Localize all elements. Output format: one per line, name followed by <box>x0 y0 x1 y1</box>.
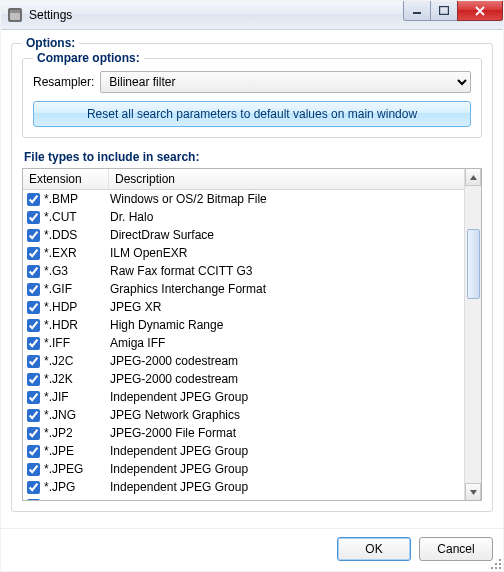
include-checkbox[interactable] <box>27 265 40 278</box>
table-row[interactable]: *.IFFAmiga IFF <box>23 334 464 352</box>
vertical-scrollbar[interactable] <box>464 169 481 500</box>
column-header-extension[interactable]: Extension <box>23 169 109 189</box>
resampler-select[interactable]: Bilinear filter <box>100 71 471 93</box>
filetypes-label: File types to include in search: <box>24 150 482 164</box>
maximize-button[interactable] <box>430 1 458 21</box>
extension-cell: *.JIF <box>44 390 110 404</box>
extension-cell: *.HDP <box>44 300 110 314</box>
table-row[interactable]: *.HDPJPEG XR <box>23 298 464 316</box>
window-buttons <box>404 1 503 21</box>
scroll-thumb[interactable] <box>467 229 480 299</box>
include-checkbox[interactable] <box>27 229 40 242</box>
minimize-button[interactable] <box>403 1 431 21</box>
table-row[interactable]: *.DDSDirectDraw Surface <box>23 226 464 244</box>
options-group: Options: Compare options: Resampler: Bil… <box>11 36 493 512</box>
extension-cell: *.JXR <box>44 498 110 500</box>
list-header: Extension Description <box>23 169 464 190</box>
description-cell: Windows or OS/2 Bitmap File <box>110 192 464 206</box>
include-checkbox[interactable] <box>27 373 40 386</box>
table-row[interactable]: *.CUTDr. Halo <box>23 208 464 226</box>
include-checkbox[interactable] <box>27 337 40 350</box>
reset-search-button[interactable]: Reset all search parameters to default v… <box>33 101 471 127</box>
include-checkbox[interactable] <box>27 409 40 422</box>
extension-cell: *.BMP <box>44 192 110 206</box>
compare-options-legend: Compare options: <box>33 51 144 65</box>
table-row[interactable]: *.JXRJPEG XR <box>23 496 464 500</box>
description-cell: DirectDraw Surface <box>110 228 464 242</box>
table-row[interactable]: *.JP2JPEG-2000 File Format <box>23 424 464 442</box>
extension-cell: *.CUT <box>44 210 110 224</box>
table-row[interactable]: *.JIFIndependent JPEG Group <box>23 388 464 406</box>
table-row[interactable]: *.JPEIndependent JPEG Group <box>23 442 464 460</box>
table-row[interactable]: *.BMPWindows or OS/2 Bitmap File <box>23 190 464 208</box>
extension-cell: *.JPEG <box>44 462 110 476</box>
window-title: Settings <box>29 8 72 22</box>
description-cell: JPEG-2000 codestream <box>110 372 464 386</box>
extension-cell: *.J2C <box>44 354 110 368</box>
include-checkbox[interactable] <box>27 427 40 440</box>
description-cell: JPEG-2000 File Format <box>110 426 464 440</box>
include-checkbox[interactable] <box>27 247 40 260</box>
description-cell: Raw Fax format CCITT G3 <box>110 264 464 278</box>
extension-cell: *.EXR <box>44 246 110 260</box>
extension-cell: *.HDR <box>44 318 110 332</box>
include-checkbox[interactable] <box>27 301 40 314</box>
extension-cell: *.IFF <box>44 336 110 350</box>
description-cell: JPEG Network Graphics <box>110 408 464 422</box>
include-checkbox[interactable] <box>27 391 40 404</box>
description-cell: ILM OpenEXR <box>110 246 464 260</box>
options-legend: Options: <box>22 36 79 50</box>
resampler-label: Resampler: <box>33 75 94 89</box>
filetypes-list: Extension Description *.BMPWindows or OS… <box>22 168 482 501</box>
extension-cell: *.JPE <box>44 444 110 458</box>
svg-rect-3 <box>413 12 421 14</box>
list-body: *.BMPWindows or OS/2 Bitmap File*.CUTDr.… <box>23 190 464 500</box>
description-cell: Graphics Interchange Format <box>110 282 464 296</box>
dialog-buttons: OK Cancel <box>1 528 503 571</box>
table-row[interactable]: *.GIFGraphics Interchange Format <box>23 280 464 298</box>
scroll-up-button[interactable] <box>465 169 481 186</box>
description-cell: Independent JPEG Group <box>110 480 464 494</box>
description-cell: Amiga IFF <box>110 336 464 350</box>
table-row[interactable]: *.JPGIndependent JPEG Group <box>23 478 464 496</box>
include-checkbox[interactable] <box>27 355 40 368</box>
include-checkbox[interactable] <box>27 463 40 476</box>
table-row[interactable]: *.JNGJPEG Network Graphics <box>23 406 464 424</box>
extension-cell: *.JNG <box>44 408 110 422</box>
description-cell: Independent JPEG Group <box>110 444 464 458</box>
description-cell: JPEG XR <box>110 300 464 314</box>
include-checkbox[interactable] <box>27 481 40 494</box>
extension-cell: *.GIF <box>44 282 110 296</box>
include-checkbox[interactable] <box>27 319 40 332</box>
include-checkbox[interactable] <box>27 193 40 206</box>
titlebar: Settings <box>1 1 503 30</box>
extension-cell: *.J2K <box>44 372 110 386</box>
table-row[interactable]: *.JPEGIndependent JPEG Group <box>23 460 464 478</box>
include-checkbox[interactable] <box>27 283 40 296</box>
table-row[interactable]: *.EXRILM OpenEXR <box>23 244 464 262</box>
ok-button[interactable]: OK <box>337 537 411 561</box>
table-row[interactable]: *.G3Raw Fax format CCITT G3 <box>23 262 464 280</box>
description-cell: Independent JPEG Group <box>110 390 464 404</box>
include-checkbox[interactable] <box>27 445 40 458</box>
include-checkbox[interactable] <box>27 211 40 224</box>
extension-cell: *.DDS <box>44 228 110 242</box>
table-row[interactable]: *.J2KJPEG-2000 codestream <box>23 370 464 388</box>
extension-cell: *.G3 <box>44 264 110 278</box>
description-cell: High Dynamic Range <box>110 318 464 332</box>
table-row[interactable]: *.J2CJPEG-2000 codestream <box>23 352 464 370</box>
table-row[interactable]: *.HDRHigh Dynamic Range <box>23 316 464 334</box>
client-area: Options: Compare options: Resampler: Bil… <box>1 30 503 528</box>
extension-cell: *.JPG <box>44 480 110 494</box>
description-cell: JPEG-2000 codestream <box>110 354 464 368</box>
description-cell: Dr. Halo <box>110 210 464 224</box>
svg-rect-4 <box>440 7 449 15</box>
scroll-down-button[interactable] <box>465 483 481 500</box>
column-header-description[interactable]: Description <box>109 172 464 186</box>
include-checkbox[interactable] <box>27 499 40 500</box>
extension-cell: *.JP2 <box>44 426 110 440</box>
svg-rect-2 <box>10 10 20 13</box>
close-button[interactable] <box>457 1 503 21</box>
cancel-button[interactable]: Cancel <box>419 537 493 561</box>
description-cell: Independent JPEG Group <box>110 462 464 476</box>
